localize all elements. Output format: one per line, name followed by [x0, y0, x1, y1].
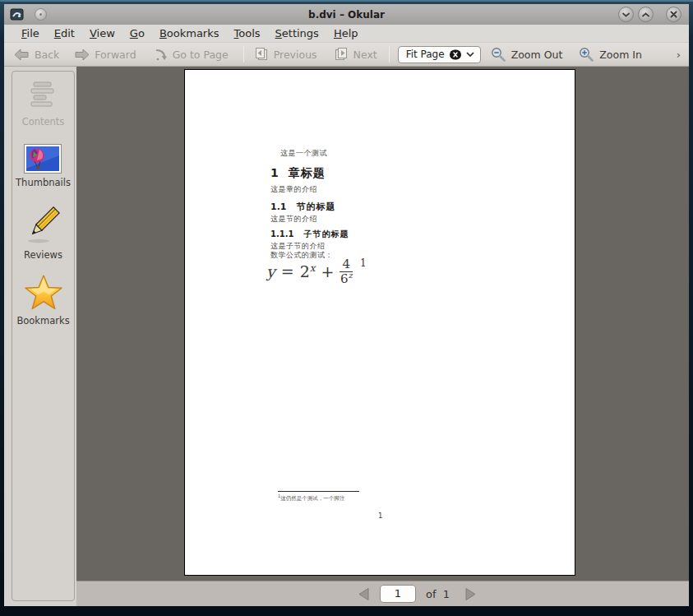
sidebar-item-contents[interactable]: Contents [22, 78, 65, 127]
doc-chapter-intro: 这是章的介绍 [270, 184, 317, 195]
document-page[interactable]: 这是一个测试 1章标题 这是章的介绍 1.1节的标题 这是节的介绍 1.1.1子… [184, 69, 575, 576]
chevron-down-icon[interactable] [466, 52, 474, 57]
zoom-in-button[interactable]: Zoom In [579, 47, 642, 63]
menu-settings[interactable]: Settings [268, 25, 326, 41]
sidebar: Contents [4, 67, 76, 606]
menu-help[interactable]: Help [326, 25, 366, 41]
menu-file[interactable]: File [14, 25, 47, 41]
sidebar-panel: Contents [12, 71, 75, 601]
next-page-icon [334, 47, 349, 62]
window-title: b.dvi – Okular [4, 9, 689, 21]
doc-footnote: 1这仍然是个测试，一个脚注 [278, 493, 344, 503]
page-navigation-bar: 1 of 1 [76, 581, 689, 606]
previous-page-button[interactable]: Previous [254, 47, 317, 62]
sidebar-item-label: Thumbnails [16, 177, 71, 188]
menubar: File Edit View Go Bookmarks Tools Settin… [4, 25, 689, 43]
doc-chapter-heading: 1章标题 [270, 166, 326, 181]
sidebar-item-label: Contents [22, 116, 65, 127]
close-icon [670, 11, 677, 18]
forward-arrow-icon [74, 49, 90, 61]
doc-subsection-heading: 1.1.1子节的标题 [270, 229, 349, 240]
toolbar-separator [243, 46, 244, 63]
previous-page-arrow-icon[interactable] [358, 587, 370, 601]
close-button[interactable] [666, 7, 681, 22]
current-page-input[interactable]: 1 [380, 585, 416, 603]
star-icon [24, 274, 63, 312]
math-formula: y = 2x + 4 6z 1 [266, 257, 367, 285]
menu-bookmarks[interactable]: Bookmarks [152, 25, 227, 41]
balloon-photo-icon [24, 144, 62, 174]
toolbar-overflow-button[interactable]: › [677, 49, 681, 61]
doc-page-number: 1 [185, 512, 576, 520]
doc-section-heading: 1.1节的标题 [270, 201, 336, 213]
sidebar-item-label: Reviews [24, 249, 62, 261]
pencil-icon [22, 203, 65, 246]
next-page-arrow-icon[interactable] [464, 587, 477, 601]
page-count-label: of 1 [426, 588, 450, 600]
menu-edit[interactable]: Edit [47, 25, 82, 41]
maximize-button[interactable] [638, 7, 654, 22]
forward-button[interactable]: Forward [74, 49, 136, 61]
back-arrow-icon [14, 49, 30, 61]
menu-view[interactable]: View [82, 25, 122, 41]
footnote-rule [278, 491, 359, 492]
goto-page-icon [155, 49, 168, 61]
zoom-level-value: Fit Page [406, 49, 445, 60]
zoom-out-button[interactable]: Zoom Out [491, 47, 563, 63]
zoom-level-combobox[interactable]: Fit Page [398, 46, 481, 63]
sidebar-item-thumbnails[interactable]: Thumbnails [16, 144, 71, 188]
minimize-button[interactable] [618, 7, 634, 22]
previous-page-icon [254, 47, 269, 62]
okular-window: b.dvi – Okular File Edit View Go Bookmar… [0, 0, 693, 616]
sidebar-item-label: Bookmarks [16, 315, 69, 327]
menu-go[interactable]: Go [122, 25, 152, 41]
chevron-up-icon [642, 12, 649, 17]
doc-section-intro: 这是节的介绍 [270, 214, 317, 225]
toolbar-separator [389, 46, 390, 63]
clear-text-icon[interactable] [449, 49, 462, 60]
next-page-button[interactable]: Next [334, 47, 377, 62]
sidebar-item-reviews[interactable]: Reviews [22, 203, 65, 261]
table-of-contents-icon [25, 78, 60, 113]
doc-intro-line: 这是一个测试 [280, 148, 327, 159]
menu-tools[interactable]: Tools [227, 25, 268, 41]
toolbar: Back Forward Go to Page Previous [4, 43, 689, 67]
zoom-in-icon [579, 47, 594, 63]
zoom-out-icon [491, 47, 506, 63]
document-viewport[interactable]: 这是一个测试 1章标题 这是章的介绍 1.1节的标题 这是节的介绍 1.1.1子… [76, 67, 689, 581]
goto-page-button[interactable]: Go to Page [155, 49, 229, 61]
sidebar-item-bookmarks[interactable]: Bookmarks [16, 274, 69, 327]
back-button[interactable]: Back [14, 49, 59, 61]
chevron-down-icon [622, 12, 630, 17]
titlebar[interactable]: b.dvi – Okular [4, 4, 689, 25]
